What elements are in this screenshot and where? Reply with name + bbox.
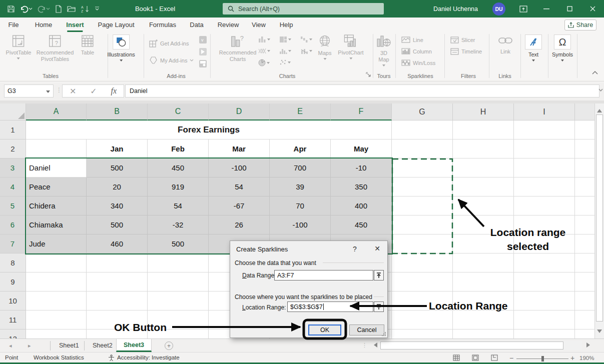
formula-input[interactable]: Daniel xyxy=(125,84,599,98)
cell[interactable] xyxy=(575,254,594,272)
accessibility-status-button[interactable]: Accessibility: Investigate xyxy=(117,354,180,360)
cell[interactable] xyxy=(453,310,514,330)
tab-data[interactable]: Data xyxy=(190,18,203,32)
cell[interactable]: -100 xyxy=(209,158,270,178)
cell[interactable] xyxy=(392,310,453,330)
hscroll-right-icon[interactable] xyxy=(586,342,592,348)
row-header[interactable]: 10 xyxy=(0,292,26,310)
addin-app-icon-2[interactable] xyxy=(199,48,207,56)
sheet-nav-right-icon[interactable]: ▸ xyxy=(28,342,31,349)
expand-formula-bar-icon[interactable] xyxy=(598,88,603,92)
zoom-slider-thumb[interactable] xyxy=(541,356,544,362)
cell[interactable] xyxy=(453,330,514,338)
maps-button[interactable]: Maps xyxy=(318,34,332,62)
cell[interactable]: 400 xyxy=(331,196,392,216)
normal-view-icon[interactable] xyxy=(453,354,460,361)
column-header[interactable]: F xyxy=(331,104,392,120)
treemap-chart-button[interactable] xyxy=(279,36,291,43)
tab-home[interactable]: Home xyxy=(35,18,53,32)
hscroll-left-icon[interactable] xyxy=(371,342,377,348)
cell[interactable] xyxy=(514,310,575,330)
cell[interactable]: -10 xyxy=(331,158,392,178)
cell[interactable] xyxy=(575,140,594,158)
cell[interactable] xyxy=(514,140,575,158)
3d-map-button[interactable]: 3D Map xyxy=(376,34,391,68)
cell[interactable] xyxy=(87,330,148,338)
dialog-help-icon[interactable]: ? xyxy=(350,245,359,253)
cell[interactable] xyxy=(514,158,575,178)
row-header[interactable]: 1 xyxy=(0,120,26,140)
cell[interactable] xyxy=(392,140,453,158)
save-icon[interactable] xyxy=(7,5,15,13)
avatar[interactable]: DU xyxy=(492,2,505,16)
cell[interactable] xyxy=(514,292,575,310)
cell[interactable] xyxy=(514,254,575,272)
cell[interactable]: Jude xyxy=(26,234,87,254)
cell[interactable] xyxy=(392,234,453,254)
collapse-ribbon-icon[interactable] xyxy=(592,71,598,74)
dialog-resize-grip[interactable] xyxy=(381,332,386,336)
confirm-entry-icon[interactable]: ✓ xyxy=(90,86,97,96)
cell[interactable] xyxy=(87,310,148,330)
cell[interactable]: 26 xyxy=(209,216,270,234)
cell[interactable] xyxy=(392,120,453,140)
cell[interactable]: 70 xyxy=(270,196,331,216)
cell[interactable] xyxy=(575,216,594,234)
workbook-statistics-button[interactable]: Workbook Statistics xyxy=(34,354,84,360)
my-addins-button[interactable]: My Add-ins xyxy=(149,56,194,64)
cancel-entry-icon[interactable]: ✕ xyxy=(70,86,76,96)
pivottable-button[interactable]: PivotTable xyxy=(6,34,32,61)
cell[interactable] xyxy=(87,292,148,310)
cell[interactable] xyxy=(392,330,453,338)
symbols-button[interactable]: Ω Symbols xyxy=(552,34,573,63)
cell[interactable] xyxy=(514,234,575,254)
cancel-button[interactable]: Cancel xyxy=(349,324,384,336)
cell[interactable] xyxy=(392,178,453,196)
cell[interactable] xyxy=(453,140,514,158)
location-range-input[interactable]: $G$3:$G$7 xyxy=(287,302,373,312)
row-header[interactable]: 6 xyxy=(0,216,26,234)
page-break-preview-icon[interactable] xyxy=(491,354,498,361)
cell[interactable] xyxy=(575,310,594,330)
cell[interactable] xyxy=(87,272,148,292)
row-header[interactable]: 5 xyxy=(0,196,26,216)
tab-file[interactable]: File xyxy=(9,18,19,32)
cell[interactable] xyxy=(453,254,514,272)
undo-button[interactable] xyxy=(20,5,33,13)
cell-active[interactable]: Daniel xyxy=(26,158,87,178)
ok-button[interactable]: OK xyxy=(308,324,341,336)
row-header[interactable]: 4 xyxy=(0,178,26,196)
cell[interactable] xyxy=(453,178,514,196)
get-addins-button[interactable]: Get Add-ins xyxy=(149,39,189,48)
cell-month[interactable]: May xyxy=(331,140,392,158)
cell[interactable] xyxy=(575,272,594,292)
line-chart-button[interactable] xyxy=(258,48,270,54)
column-header[interactable]: G xyxy=(392,104,453,120)
addin-app-icon-1[interactable]: v xyxy=(199,36,207,44)
cell[interactable] xyxy=(514,120,575,140)
cell[interactable]: 450 xyxy=(148,158,209,178)
cell[interactable] xyxy=(392,272,453,292)
cell[interactable] xyxy=(453,234,514,254)
open-folder-icon[interactable] xyxy=(67,5,76,12)
cell[interactable] xyxy=(26,272,87,292)
cell[interactable] xyxy=(26,310,87,330)
column-header[interactable]: H xyxy=(453,104,514,120)
waterfall-chart-button[interactable] xyxy=(300,36,312,43)
table-button[interactable]: Table xyxy=(81,34,94,56)
row-header[interactable]: 3 xyxy=(0,158,26,178)
name-box[interactable]: G3 xyxy=(4,84,54,98)
cell[interactable]: Peace xyxy=(26,178,87,196)
search-box[interactable]: Search (Alt+Q) xyxy=(223,3,384,14)
cell[interactable] xyxy=(514,196,575,216)
recommended-charts-button[interactable]: ? Recommended Charts xyxy=(219,34,257,62)
zoom-in-icon[interactable]: + xyxy=(570,354,574,362)
ribbon-display-options-icon[interactable] xyxy=(513,0,533,18)
cell[interactable] xyxy=(514,216,575,234)
horizontal-scroll-thumb[interactable] xyxy=(380,342,563,350)
sheet-tab-sheet3[interactable]: Sheet3 xyxy=(116,339,152,352)
maximize-button[interactable] xyxy=(559,0,579,18)
scatter-chart-button[interactable] xyxy=(279,59,291,66)
cell[interactable]: 500 xyxy=(87,216,148,234)
cell[interactable] xyxy=(392,292,453,310)
